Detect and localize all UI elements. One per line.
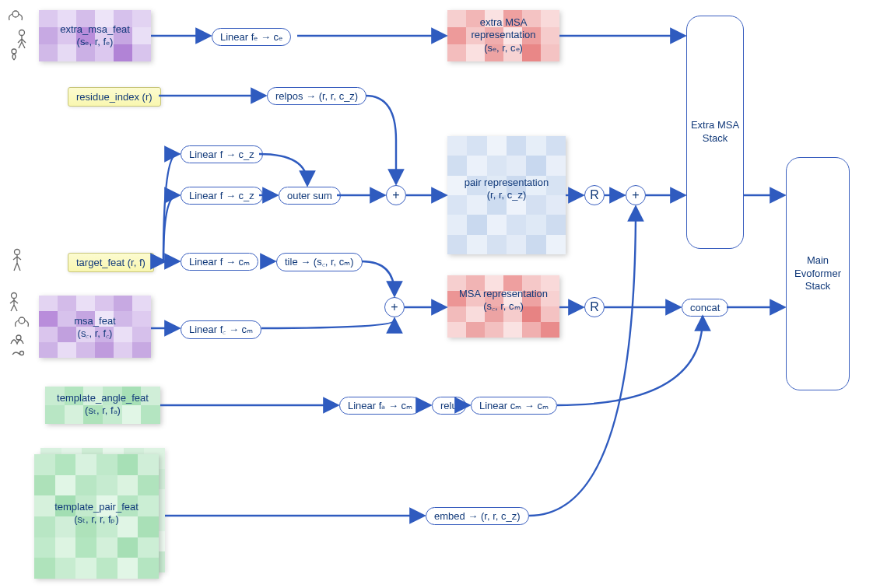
svg-point-2 [12, 49, 16, 54]
text: + [391, 300, 398, 313]
text: Extra MSA Stack [690, 119, 740, 145]
input-residue-index: residue_index (r) [68, 87, 161, 107]
op-plus-msa: + [384, 297, 405, 317]
stack-main-evoformer: Main Evoformer Stack [786, 157, 850, 390]
text: relu [440, 400, 458, 411]
op-linear-f-cz-1: Linear f → c_z [181, 145, 263, 163]
op-concat: concat [682, 299, 728, 317]
svg-point-0 [12, 11, 19, 17]
input-msa-feat [39, 296, 151, 358]
text: R [590, 188, 599, 201]
text: + [632, 188, 639, 201]
op-linear-fa-cm: Linear fₐ → cₘ [339, 397, 421, 415]
op-linear-f-cm: Linear f → cₘ [181, 253, 258, 271]
op-relpos: relpos → (r, r, c_z) [267, 87, 366, 105]
op-recycle-msa: R [584, 297, 605, 317]
text: outer sum [287, 190, 332, 201]
organism-icons-extra [5, 6, 31, 61]
rep-pair [447, 136, 566, 254]
text: R [590, 300, 599, 313]
text: Linear f → c_z [189, 190, 254, 201]
text: Linear fₐ → cₘ [348, 400, 412, 411]
svg-point-1 [19, 30, 25, 36]
text: target_feat (r, f) [76, 257, 146, 268]
op-plus-pair: + [386, 185, 406, 205]
text: Linear f꜀ → cₘ [189, 324, 253, 335]
svg-point-5 [19, 317, 25, 324]
rep-msa [447, 275, 559, 338]
text: Linear f → cₘ [189, 256, 250, 268]
op-embed-pair: embed → (r, r, c_z) [426, 507, 529, 525]
svg-point-3 [15, 250, 20, 255]
text: concat [690, 302, 720, 313]
text: tile → (s꜀, r, cₘ) [285, 256, 354, 268]
text: residue_index (r) [76, 91, 153, 103]
op-linear-cm-cm: Linear cₘ → cₘ [471, 397, 557, 415]
text: relpos → (r, r, c_z) [275, 90, 358, 102]
stack-extra-msa: Extra MSA Stack [686, 16, 744, 249]
rep-extra-msa [447, 10, 559, 61]
input-template-angle-feat [45, 387, 160, 424]
op-plus-pair2: + [626, 185, 646, 205]
op-tile: tile → (s꜀, r, cₘ) [276, 253, 363, 271]
text: + [392, 188, 399, 201]
text: Main Evoformer Stack [790, 254, 846, 294]
op-linear-fe-ce: Linear fₑ → cₑ [212, 28, 291, 46]
op-recycle-pair: R [584, 185, 605, 205]
op-relu: relu [432, 397, 466, 415]
input-target-feat: target_feat (r, f) [68, 253, 154, 272]
op-linear-f-cz-2: Linear f → c_z [181, 187, 263, 205]
organism-icon-target [9, 247, 25, 278]
svg-point-7 [20, 352, 24, 355]
organism-icons-msa [5, 289, 31, 359]
text: embed → (r, r, c_z) [434, 510, 521, 522]
svg-point-6 [16, 335, 21, 340]
svg-point-4 [12, 293, 17, 299]
text: Linear f → c_z [189, 149, 254, 160]
text: Linear cₘ → cₘ [479, 400, 549, 411]
input-template-pair-feat [34, 454, 159, 579]
input-extra-msa-feat [39, 10, 151, 61]
op-linear-fc-cm: Linear f꜀ → cₘ [181, 320, 261, 339]
op-outer-sum: outer sum [279, 187, 341, 205]
text: Linear fₑ → cₑ [220, 31, 282, 43]
